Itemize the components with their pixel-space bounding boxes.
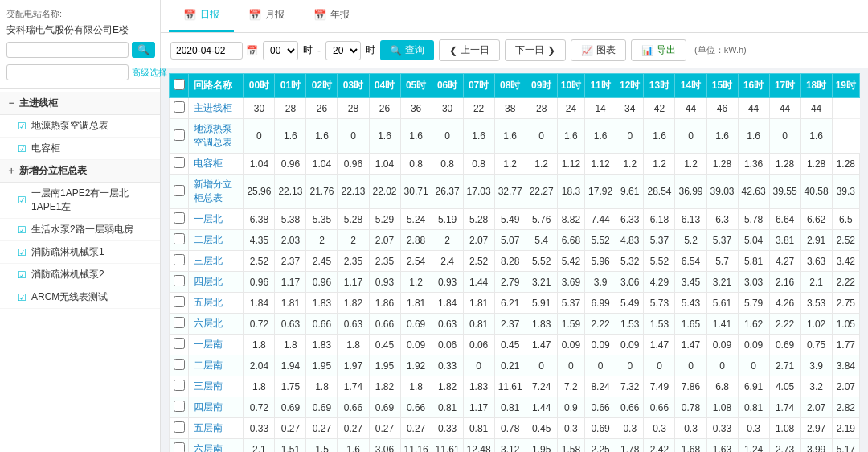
row-checkbox[interactable]	[174, 275, 185, 286]
row-value: 2.52	[832, 230, 859, 251]
col-checkbox	[170, 74, 189, 98]
minute-select[interactable]: 2030	[326, 41, 361, 60]
row-checkbox[interactable]	[174, 380, 185, 391]
col-02h: 02时	[306, 74, 338, 98]
row-value: 8.28	[494, 251, 526, 272]
row-checkbox-cell	[170, 272, 189, 293]
row-checkbox[interactable]	[174, 338, 185, 349]
row-value: 9.61	[616, 175, 644, 209]
row-value: 1.8	[306, 376, 338, 397]
row-value: 1.2	[675, 154, 706, 175]
row-name[interactable]: 一层南	[189, 335, 244, 355]
row-value: 0.8	[400, 154, 432, 175]
row-value: 3.81	[769, 230, 800, 251]
row-checkbox[interactable]	[174, 185, 185, 196]
row-name[interactable]: 六层南	[189, 439, 244, 453]
row-value: 26	[369, 98, 400, 119]
row-value: 0.78	[675, 397, 706, 418]
row-name[interactable]: 三层北	[189, 251, 244, 272]
row-name[interactable]: 四层南	[189, 397, 244, 418]
row-value: 1.04	[369, 154, 400, 175]
row-checkbox[interactable]	[174, 421, 185, 433]
export-button[interactable]: 📊 导出	[631, 39, 686, 61]
tab-day[interactable]: 📅 日报	[169, 0, 234, 32]
row-value: 1.74	[769, 397, 800, 418]
tab-month-label: 月报	[265, 8, 285, 22]
row-value: 12.48	[463, 439, 494, 453]
tab-month[interactable]: 📅 月报	[234, 0, 299, 32]
hour-select[interactable]: 000102	[263, 41, 298, 60]
row-value: 0	[526, 119, 557, 154]
row-value: 26	[306, 98, 338, 119]
row-checkbox[interactable]	[174, 157, 185, 168]
sidebar-search-button[interactable]: 🔍	[132, 42, 155, 58]
row-value: 1.77	[832, 335, 859, 355]
row-value: 22.13	[338, 175, 369, 209]
row-value: 1.63	[706, 439, 738, 453]
sidebar-item-capacitor[interactable]: ☑ 电容柜	[0, 138, 160, 160]
row-name[interactable]: 一层北	[189, 209, 244, 230]
next-day-button[interactable]: 下一日 ❯	[505, 39, 566, 61]
row-value: 0.3	[675, 418, 706, 439]
sidebar-search-input[interactable]	[6, 42, 129, 58]
sidebar: 变配电站名称: 安科瑞电气股份有限公司E楼 🔍 高级选择 － 主进线柜 ☑ 地源…	[0, 0, 161, 452]
row-checkbox[interactable]	[174, 254, 185, 265]
row-value: 0.33	[244, 418, 275, 439]
row-value: 1.82	[338, 293, 369, 314]
row-name[interactable]: 四层北	[189, 272, 244, 293]
row-value: 2.07	[832, 376, 859, 397]
sidebar-item-1f-ape[interactable]: ☑ 一层南1APE2有一层北1APE1左	[0, 183, 160, 219]
tab-year[interactable]: 📅 年报	[299, 0, 364, 32]
row-name[interactable]: 三层南	[189, 376, 244, 397]
table-row: 六层北0.720.630.660.630.660.690.630.812.371…	[170, 314, 860, 335]
row-value: 8.82	[557, 209, 584, 230]
row-name[interactable]: 六层北	[189, 314, 244, 335]
row-checkbox[interactable]	[174, 129, 185, 141]
row-value: 5.61	[706, 293, 738, 314]
row-checkbox[interactable]	[174, 401, 185, 412]
row-value: 1.02	[800, 314, 832, 335]
row-checkbox[interactable]	[174, 233, 185, 244]
tree-group-new-split[interactable]: ＋ 新增分立柜总表	[0, 160, 160, 183]
row-name[interactable]: 新增分立柜总表	[189, 175, 244, 209]
sidebar-item-fire-2[interactable]: ☑ 消防疏淋机械泵2	[0, 264, 160, 286]
sidebar-item-arcm[interactable]: ☑ ARCM无线表测试	[0, 286, 160, 309]
sidebar-item-fire-1[interactable]: ☑ 消防疏淋机械泵1	[0, 241, 160, 264]
row-checkbox[interactable]	[174, 317, 185, 328]
row-name[interactable]: 电容柜	[189, 154, 244, 175]
row-name[interactable]: 五层北	[189, 293, 244, 314]
date-input[interactable]	[170, 42, 243, 60]
prev-day-button[interactable]: ❮ 上一日	[439, 39, 500, 61]
row-value: 7.86	[675, 376, 706, 397]
query-button[interactable]: 🔍 查询	[380, 40, 434, 60]
tab-day-label: 日报	[200, 8, 219, 22]
row-value: 2.88	[400, 230, 432, 251]
sidebar-filter-input[interactable]	[6, 64, 129, 80]
tree-group-main-cabinet[interactable]: － 主进线柜	[0, 92, 160, 115]
select-all-checkbox[interactable]	[174, 79, 185, 90]
row-checkbox[interactable]	[174, 101, 185, 113]
row-value: 2.52	[463, 251, 494, 272]
row-value: 44	[800, 98, 832, 119]
sidebar-item-water-pump[interactable]: ☑ 生活水泵2路一层弱电房	[0, 219, 160, 241]
chart-button[interactable]: 📈 图表	[571, 39, 626, 61]
row-value: 1.47	[526, 335, 557, 355]
row-name[interactable]: 二层北	[189, 230, 244, 251]
row-value: 3.21	[706, 272, 738, 293]
sidebar-item-geo-heat[interactable]: ☑ 地源热泵空调总表	[0, 115, 160, 138]
row-value: 0.63	[432, 314, 463, 335]
row-checkbox[interactable]	[174, 442, 185, 452]
row-name[interactable]: 五层南	[189, 418, 244, 439]
next-btn-label: 下一日	[515, 43, 544, 57]
row-value: 38	[494, 98, 526, 119]
row-checkbox[interactable]	[174, 359, 185, 370]
row-value: 1.6	[338, 439, 369, 453]
row-value: 5.37	[644, 230, 675, 251]
row-name[interactable]: 主进线柜	[189, 98, 244, 119]
row-value: 1.59	[557, 314, 584, 335]
row-name[interactable]: 地源热泵空调总表	[189, 119, 244, 154]
row-checkbox[interactable]	[174, 296, 185, 307]
row-checkbox[interactable]	[174, 212, 185, 224]
row-value: 4.83	[616, 230, 644, 251]
row-name[interactable]: 二层南	[189, 355, 244, 376]
